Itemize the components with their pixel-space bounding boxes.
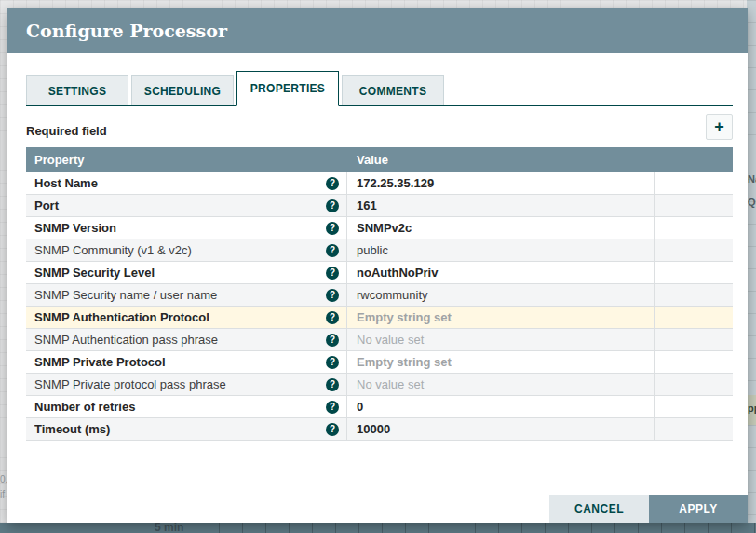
property-value: 10000 [357,422,390,436]
property-value-cell[interactable]: rwcommunity [347,284,655,306]
property-row: SNMP Security name / user name ? rwcommu… [26,284,733,307]
new-property-button[interactable]: + [706,114,733,140]
help-icon[interactable]: ? [326,378,339,391]
time-axis-ticks [196,523,756,533]
tab-comments[interactable]: COMMENTS [342,75,444,105]
property-row: Number of retries ? 0 [26,396,733,418]
property-column-header: Property [26,153,347,167]
property-name: SNMP Security name / user name [34,288,217,302]
help-icon[interactable]: ? [326,289,339,302]
tab-scheduling[interactable]: SCHEDULING [131,75,234,105]
required-field-label: Required field [26,124,107,138]
property-value-cell[interactable]: Empty string set [347,351,655,373]
tab-properties[interactable]: PROPERTIES [236,71,339,106]
property-value: SNMPv2c [357,221,412,235]
property-row: SNMP Authentication pass phrase ? No val… [26,329,733,351]
property-value: No value set [357,333,424,347]
help-icon[interactable]: ? [326,244,339,257]
help-icon[interactable]: ? [326,177,339,190]
property-name: Number of retries [34,400,135,414]
property-name: SNMP Private Protocol [34,355,166,369]
help-icon[interactable]: ? [326,199,339,212]
property-value-cell[interactable]: 10000 [347,418,655,440]
properties-table-header: Property Value [26,147,733,172]
property-value: noAuthNoPriv [357,266,438,280]
property-row: SNMP Authentication Protocol ? Empty str… [26,307,733,329]
properties-table: Property Value Host Name ? 172.25.35.129… [26,147,733,441]
help-icon[interactable]: ? [326,222,339,235]
property-value: 0 [357,400,363,414]
plus-icon: + [714,117,724,136]
help-icon[interactable]: ? [326,311,339,324]
property-name: SNMP Authentication Protocol [34,310,209,324]
property-row: SNMP Community (v1 & v2c) ? public [26,239,733,262]
property-value: No value set [357,377,424,391]
property-name: SNMP Community (v1 & v2c) [34,243,192,257]
property-value-cell[interactable]: noAuthNoPriv [347,262,655,283]
property-value-cell[interactable]: SNMPv2c [347,217,655,239]
property-value-cell[interactable]: 0 [347,396,655,417]
property-name: SNMP Security Level [34,266,155,280]
property-row: SNMP Private protocol pass phrase ? No v… [26,374,733,396]
property-value-cell[interactable]: public [347,239,655,261]
property-row: Port ? 161 [26,195,733,217]
dialog-tabbar: SETTINGSSCHEDULINGPROPERTIESCOMMENTS [26,71,733,106]
property-value: Empty string set [357,310,452,324]
property-value-cell[interactable]: No value set [347,329,655,350]
property-row: SNMP Version ? SNMPv2c [26,217,733,239]
help-icon[interactable]: ? [326,401,339,414]
property-row: SNMP Security Level ? noAuthNoPriv [26,262,733,284]
property-row: SNMP Private Protocol ? Empty string set [26,351,733,374]
property-name: SNMP Version [34,221,116,235]
property-name: Timeout (ms) [34,422,110,436]
property-value: Empty string set [357,355,452,369]
property-value-cell[interactable]: Empty string set [347,307,655,328]
tab-settings[interactable]: SETTINGS [26,75,128,105]
property-value: 172.25.35.129 [357,176,434,190]
property-value: public [357,243,388,257]
help-icon[interactable]: ? [326,356,339,369]
property-name: SNMP Authentication pass phrase [34,333,218,347]
background-text-fragment: if [0,489,5,499]
property-value: 161 [357,198,377,212]
dialog-title: Configure Processor [7,8,748,53]
cancel-button[interactable]: CANCEL [549,495,649,523]
background-text-fragment: pp [748,403,756,414]
property-value: rwcommunity [357,288,428,302]
background-text-fragment: Na [748,173,756,184]
property-name: Host Name [34,176,98,190]
property-name: SNMP Private protocol pass phrase [34,377,226,391]
property-value-cell[interactable]: 161 [347,195,655,216]
property-value-cell[interactable]: 172.25.35.129 [347,172,655,194]
property-row: Host Name ? 172.25.35.129 [26,172,733,195]
help-icon[interactable]: ? [326,266,339,280]
help-icon[interactable]: ? [326,423,339,436]
configure-processor-dialog: Configure Processor SETTINGSSCHEDULINGPR… [7,8,748,523]
property-name: Port [34,198,59,212]
help-icon[interactable]: ? [326,334,339,347]
background-time-axis: 5 min [0,523,756,533]
property-row: Timeout (ms) ? 10000 [26,418,733,441]
background-canvas-right-strip [747,0,756,533]
background-text-fragment: Qu [748,197,756,208]
apply-button[interactable]: APPLY [649,495,748,523]
value-column-header: Value [347,153,655,167]
property-value-cell[interactable]: No value set [347,374,655,395]
